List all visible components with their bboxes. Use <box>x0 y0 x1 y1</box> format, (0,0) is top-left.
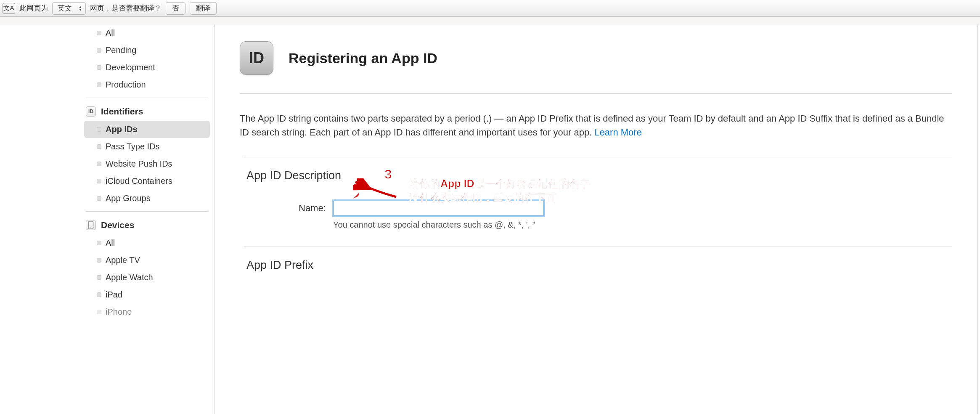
bullet-icon <box>97 241 101 245</box>
translate-no-button[interactable]: 否 <box>166 2 185 15</box>
learn-more-link[interactable]: Learn More <box>594 127 642 138</box>
sidebar: All Pending Development Production ID Id… <box>80 24 215 414</box>
name-field-row: Name: <box>299 201 952 216</box>
sidebar-item-apple-tv[interactable]: Apple TV <box>80 252 214 269</box>
sidebar-header-label: Identifiers <box>101 106 143 117</box>
sidebar-item-all[interactable]: All <box>80 24 214 42</box>
translate-bar: 文A 此网页为 英文 ▲▼ 网页，是否需要翻译？ 否 翻译 <box>0 0 980 17</box>
translate-icon[interactable]: 文A <box>3 3 15 14</box>
bullet-icon <box>97 82 101 87</box>
bullet-icon <box>97 179 101 183</box>
sidebar-header-devices[interactable]: Devices <box>80 216 214 234</box>
sidebar-status-list: All Pending Development Production <box>80 24 214 93</box>
sidebar-item-label: All <box>106 28 115 38</box>
sidebar-item-label: Production <box>106 80 146 90</box>
sidebar-item-pending[interactable]: Pending <box>80 42 214 59</box>
sidebar-item-label: iPad <box>106 290 122 300</box>
sidebar-devices-list: All Apple TV Apple Watch iPad iPhone <box>80 234 214 321</box>
sidebar-item-label: Pending <box>106 45 136 55</box>
sidebar-item-label: iPhone <box>106 307 132 317</box>
sidebar-item-label: Apple TV <box>106 255 140 265</box>
translate-yes-label: 翻译 <box>196 3 210 13</box>
bullet-icon <box>97 162 101 166</box>
sidebar-item-label: App Groups <box>106 194 151 203</box>
bullet-icon <box>97 127 101 132</box>
divider <box>86 211 208 212</box>
bullet-icon <box>97 292 101 297</box>
intro-paragraph: The App ID string contains two parts sep… <box>240 111 952 139</box>
sidebar-item-production[interactable]: Production <box>80 76 214 93</box>
id-icon: ID <box>86 106 96 117</box>
select-arrows-icon: ▲▼ <box>79 5 82 11</box>
bullet-icon <box>97 144 101 149</box>
sidebar-item-label: Apple Watch <box>106 273 153 282</box>
bullet-icon <box>97 196 101 201</box>
name-label: Name: <box>299 203 326 214</box>
sidebar-item-ipad[interactable]: iPad <box>80 286 214 303</box>
sidebar-item-pass-type-ids[interactable]: Pass Type IDs <box>80 138 214 155</box>
sidebar-item-app-ids[interactable]: App IDs <box>84 121 210 138</box>
bullet-icon <box>97 65 101 70</box>
svg-point-1 <box>90 228 91 228</box>
section-app-id-description: App ID Description Name: You cannot use … <box>244 157 952 247</box>
sidebar-item-iphone[interactable]: iPhone <box>80 303 214 321</box>
translate-label-suffix: 网页，是否需要翻译？ <box>90 3 162 13</box>
language-select[interactable]: 英文 ▲▼ <box>52 2 86 15</box>
name-input[interactable] <box>334 201 544 216</box>
sidebar-header-label: Devices <box>101 220 134 230</box>
sidebar-item-devices-all[interactable]: All <box>80 234 214 252</box>
name-help-text: You cannot use special characters such a… <box>333 220 952 230</box>
app-id-badge-icon: ID <box>240 41 273 75</box>
main-content: ID Registering an App ID The App ID stri… <box>215 24 978 414</box>
translate-icon-label: 文A <box>3 4 14 12</box>
page-title: Registering an App ID <box>289 50 437 66</box>
sidebar-item-icloud-containers[interactable]: iCloud Containers <box>80 172 214 190</box>
device-icon <box>86 220 96 230</box>
bullet-icon <box>97 310 101 314</box>
bullet-icon <box>97 275 101 280</box>
toolbar-spacer <box>0 17 980 24</box>
section-heading: App ID Description <box>246 169 952 182</box>
sidebar-item-label: Development <box>106 63 155 72</box>
sidebar-item-development[interactable]: Development <box>80 59 214 76</box>
sidebar-item-label: Pass Type IDs <box>106 142 160 151</box>
bullet-icon <box>97 258 101 263</box>
sidebar-item-apple-watch[interactable]: Apple Watch <box>80 269 214 286</box>
translate-yes-button[interactable]: 翻译 <box>190 2 217 15</box>
bullet-icon <box>97 31 101 35</box>
divider <box>86 98 208 98</box>
sidebar-item-label: iCloud Containers <box>106 176 172 186</box>
divider <box>240 93 952 94</box>
sidebar-item-label: App IDs <box>106 125 138 134</box>
sidebar-identifiers-list: App IDs Pass Type IDs Website Push IDs i… <box>80 121 214 207</box>
section-heading: App ID Prefix <box>246 259 952 272</box>
bullet-icon <box>97 48 101 53</box>
sidebar-item-app-groups[interactable]: App Groups <box>80 190 214 207</box>
right-gutter <box>978 24 980 414</box>
sidebar-item-website-push-ids[interactable]: Website Push IDs <box>80 155 214 172</box>
section-app-id-prefix: App ID Prefix <box>244 247 952 272</box>
intro-text: The App ID string contains two parts sep… <box>240 113 944 138</box>
language-value: 英文 <box>58 3 72 13</box>
title-row: ID Registering an App ID <box>240 41 952 75</box>
translate-label-prefix: 此网页为 <box>19 3 48 13</box>
sidebar-header-identifiers[interactable]: ID Identifiers <box>80 102 214 121</box>
sidebar-item-label: All <box>106 238 115 248</box>
translate-no-label: 否 <box>172 3 179 13</box>
sidebar-item-label: Website Push IDs <box>106 159 172 169</box>
